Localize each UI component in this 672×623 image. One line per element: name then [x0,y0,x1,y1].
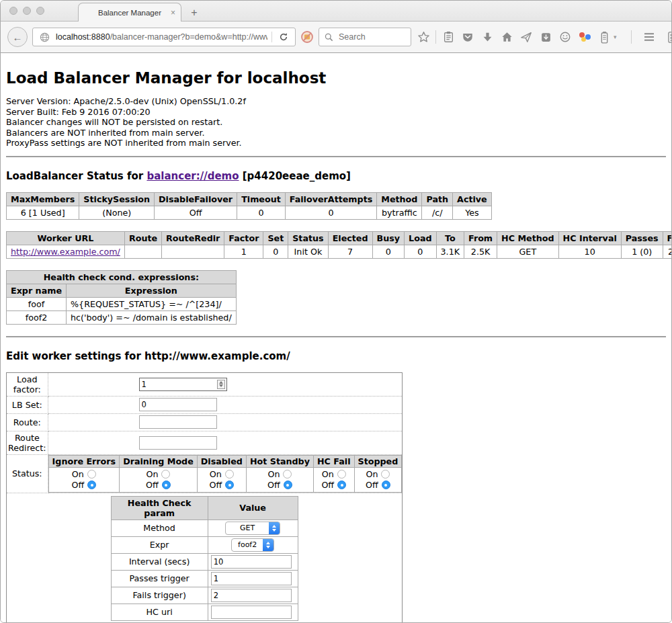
hc-uri-input[interactable] [211,606,292,619]
stopped-on-radio[interactable] [381,470,390,479]
cell-timeout: 0 [237,206,286,219]
edit-worker-form-table: Load factor: LB Set: Route: Route Redire… [6,372,403,623]
radio-off-label: Off [267,480,280,490]
status-column-header: Ignore Errors [48,455,120,467]
status-stopped-cell: On Off [354,467,402,492]
cell-maxmembers: 6 [1 Used] [7,206,79,219]
status-disabled-cell: On Off [197,467,246,492]
search-input[interactable] [337,32,401,42]
cell-active: Yes [453,206,492,219]
status-flags-table: Ignore Errors Draining Mode Disabled Hot… [48,455,403,493]
back-button[interactable]: ← [7,27,28,47]
tile-grid-icon[interactable] [667,30,672,44]
urlbar-separator [271,32,272,42]
hc-expr-select[interactable]: foof2 [231,538,274,552]
column-header: HC Interval [558,231,621,245]
route-redirect-input[interactable] [139,436,217,450]
hc-fail-off-radio[interactable] [337,481,346,489]
window-close-button[interactable] [9,7,17,15]
balancer-status-table: MaxMembers StickySession DisableFailover… [6,192,492,220]
hot-standby-on-radio[interactable] [283,470,292,479]
tab-title: Balancer Manager [98,9,161,17]
hc-expressions-table: Health check cond. expressions: Expr nam… [6,270,237,325]
radio-off-label: Off [366,480,378,490]
column-header: Status [288,231,328,245]
window-minimize-button[interactable] [23,7,31,15]
radio-on-label: On [146,469,158,479]
hc-fail-on-radio[interactable] [337,470,346,479]
disabled-on-radio[interactable] [225,470,234,479]
column-header: Passes [621,231,663,245]
persist-notice-line: Balancer changes will NOT be persisted o… [6,117,666,128]
cell-hc-interval: 10 [558,245,621,258]
proxypass-notice-line: ProxyPass settings are NOT inherited fro… [6,138,666,149]
battery-dropdown-caret-icon[interactable]: ▾ [614,34,617,40]
status-hot-standby-cell: On Off [246,467,313,492]
globe-icon [37,30,52,44]
menu-hamburger-icon[interactable] [642,30,657,44]
url-bar[interactable]: localhost:8880/balancer-manager?b=demo&w… [32,28,296,46]
hc-method-select[interactable]: GET [225,522,280,535]
server-version-line: Server Version: Apache/2.5.0-dev (Unix) … [6,96,666,107]
route-input[interactable] [139,415,217,429]
radio-on-label: On [210,469,222,479]
table-title-row: Health check cond. expressions: [7,270,237,284]
column-header: Factor [224,231,263,245]
reload-icon[interactable] [276,30,291,44]
battery-status-icon[interactable] [597,30,612,44]
hot-standby-off-radio[interactable] [284,481,292,489]
draining-mode-on-radio[interactable] [161,470,170,479]
radio-on-label: On [72,469,84,479]
radio-off-label: Off [209,480,222,490]
cell-factor: 1 [224,245,263,258]
form-row-status: Status: Ignore Errors Draining Mode Disa… [7,454,403,493]
window-controls [9,7,44,15]
browser-window: Balancer Manager × + ← localhost:8880/ba… [0,0,672,623]
page-content: Load Balancer Manager for localhost Serv… [1,53,671,623]
home-icon[interactable] [499,30,514,44]
navigation-toolbar: ← localhost:8880/balancer-manager?b=demo… [1,22,671,53]
number-stepper-icon[interactable] [217,380,225,389]
status-hc-fail-cell: On Off [313,467,354,492]
disabled-off-radio[interactable] [225,481,234,489]
radio-on-label: On [366,469,378,479]
status-header-row: Ignore Errors Draining Mode Disabled Hot… [48,455,402,467]
tab-close-icon[interactable]: × [171,8,175,17]
hc-fails-input[interactable] [211,589,292,602]
bookmark-star-icon[interactable] [416,30,431,44]
bookmarks-clipboard-icon[interactable] [441,30,456,44]
stopped-off-radio[interactable] [382,481,390,489]
hc-interval-input[interactable] [211,555,292,569]
lb-set-input[interactable] [139,398,217,411]
table-header-row: Expr name Expression [7,284,237,297]
worker-url-link[interactable]: http://www.example.com/ [11,247,120,257]
radio-on-label: On [322,469,334,479]
draining-mode-off-radio[interactable] [162,481,171,489]
balancer-demo-link[interactable]: balancer://demo [146,170,239,182]
extension-colored-dots-icon[interactable] [577,30,592,44]
ignore-errors-off-radio[interactable] [87,481,96,489]
cell-route [124,245,161,258]
hc-row-expr: Expr foof2 [111,536,298,553]
new-tab-button[interactable]: + [187,7,201,19]
tab-balancer-manager[interactable]: Balancer Manager × [78,3,181,22]
hc-row-passes: Passes trigger [111,570,298,587]
column-header: StickySession [79,192,155,206]
url-text[interactable]: localhost:8880/balancer-manager?b=demo&w… [56,32,267,42]
cell-set: 0 [263,245,288,258]
search-bar[interactable] [319,28,411,46]
status-column-header: Draining Mode [120,455,198,467]
downloads-icon[interactable] [480,30,495,44]
load-factor-label: Load factor: [7,372,48,396]
send-tab-icon[interactable] [519,30,534,44]
pocket-icon[interactable] [460,30,475,44]
content-blocked-icon[interactable] [300,30,314,44]
server-built-line: Server Built: Feb 9 2016 07:00:20 [6,107,666,118]
window-zoom-button[interactable] [36,7,44,15]
ignore-errors-on-radio[interactable] [87,470,96,479]
load-factor-input[interactable] [139,378,227,391]
hc-passes-input[interactable] [211,572,292,585]
table-header-row: Worker URL Route RouteRedir Factor Set S… [7,231,672,245]
reading-list-icon[interactable] [538,30,553,44]
feedback-smiley-icon[interactable] [558,30,573,44]
